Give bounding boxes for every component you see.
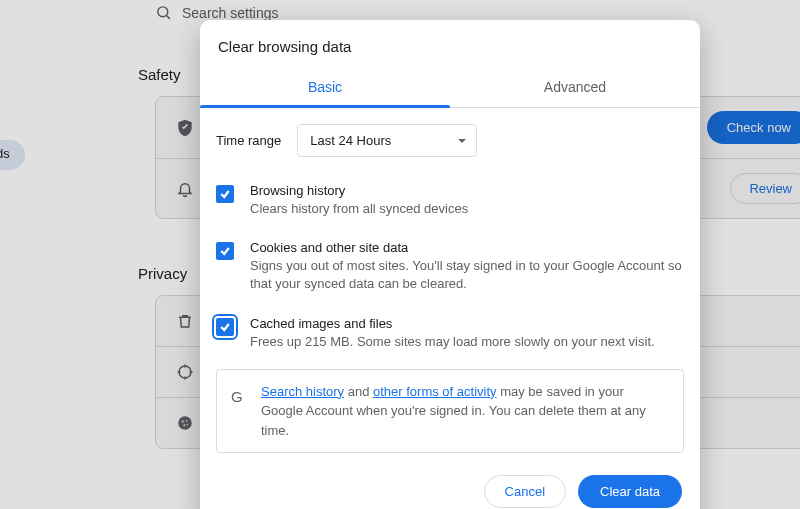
tab-advanced[interactable]: Advanced: [450, 69, 700, 107]
tab-basic[interactable]: Basic: [200, 69, 450, 107]
clear-data-button[interactable]: Clear data: [578, 475, 682, 508]
time-range-value: Last 24 Hours: [310, 133, 391, 148]
dialog-actions: Cancel Clear data: [200, 461, 700, 509]
google-g-icon: G: [231, 386, 243, 409]
option-desc: Signs you out of most sites. You'll stay…: [250, 257, 684, 293]
time-range-select[interactable]: Last 24 Hours: [297, 124, 477, 157]
option-browsing-history[interactable]: Browsing history Clears history from all…: [216, 175, 684, 232]
option-desc: Clears history from all synced devices: [250, 200, 468, 218]
dialog-tabs: Basic Advanced: [200, 69, 700, 108]
option-title: Browsing history: [250, 183, 468, 198]
cancel-button[interactable]: Cancel: [484, 475, 566, 508]
option-cookies[interactable]: Cookies and other site data Signs you ou…: [216, 232, 684, 307]
google-account-note: G Search history and other forms of acti…: [216, 369, 684, 454]
search-history-link[interactable]: Search history: [261, 384, 344, 399]
option-desc: Frees up 215 MB. Some sites may load mor…: [250, 333, 655, 351]
chevron-down-icon: [458, 139, 466, 143]
dialog-title: Clear browsing data: [200, 20, 700, 69]
option-title: Cookies and other site data: [250, 240, 684, 255]
option-cached[interactable]: Cached images and files Frees up 215 MB.…: [216, 308, 684, 365]
clear-browsing-data-dialog: Clear browsing data Basic Advanced Time …: [200, 20, 700, 509]
checkbox-browsing-history[interactable]: [216, 185, 234, 203]
other-activity-link[interactable]: other forms of activity: [373, 384, 497, 399]
checkbox-cookies[interactable]: [216, 242, 234, 260]
time-range-label: Time range: [216, 133, 281, 148]
option-title: Cached images and files: [250, 316, 655, 331]
checkbox-cached[interactable]: [216, 318, 234, 336]
